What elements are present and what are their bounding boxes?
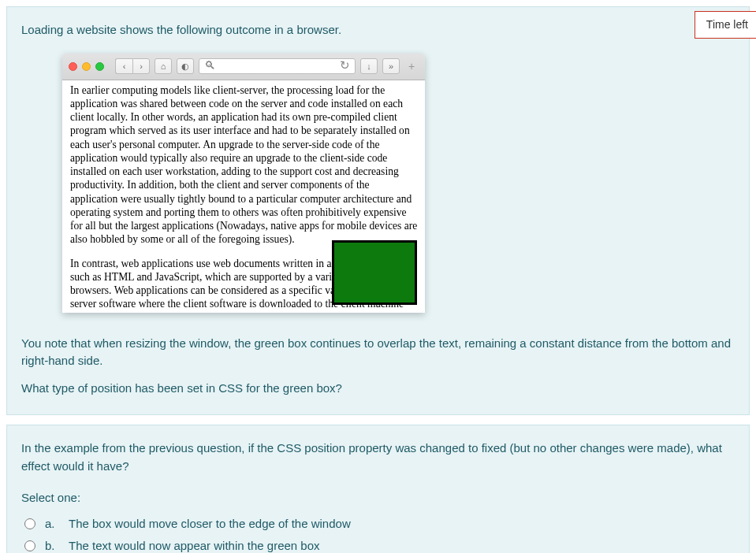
browser-titlebar: ‹ › ⌂ ◐ 🔍︎ ↻ ↓ » + [62, 54, 425, 80]
home-icon: ⌂ [155, 58, 172, 74]
option-letter: a. [45, 515, 59, 533]
radio-a[interactable] [24, 518, 35, 529]
question-1-note-1: You note that when resizing the window, … [21, 335, 735, 370]
timer-label: Time left [706, 18, 748, 31]
url-bar: 🔍︎ ↻ [199, 58, 356, 74]
back-icon: ‹ [115, 58, 132, 74]
question-1-panel: Loading a website shows the following ou… [6, 6, 750, 415]
nav-buttons: ‹ › [115, 58, 150, 74]
answer-list: a. The box would move closer to the edge… [21, 515, 735, 554]
browser-mock: ‹ › ⌂ ◐ 🔍︎ ↻ ↓ » + In earlier computing … [62, 54, 425, 313]
select-one-label: Select one: [21, 489, 735, 507]
minimize-icon [82, 62, 91, 71]
question-2-panel: In the example from the previous questio… [6, 425, 750, 553]
window-controls [69, 62, 104, 71]
option-text: The text would now appear within the gre… [69, 537, 320, 553]
answer-option-a[interactable]: a. The box would move closer to the edge… [21, 515, 735, 533]
answer-option-b[interactable]: b. The text would now appear within the … [21, 537, 735, 553]
reload-icon: ↻ [340, 58, 350, 75]
radio-b[interactable] [24, 540, 35, 551]
timer-badge: Time left [695, 11, 756, 39]
browser-viewport: In earlier computing models like client-… [62, 80, 425, 313]
new-tab-icon: + [404, 58, 419, 74]
search-icon: 🔍︎ [204, 58, 216, 75]
green-box [332, 240, 417, 305]
zoom-icon [95, 62, 104, 71]
option-text: The box would move closer to the edge of… [69, 515, 351, 533]
forward-icon: › [132, 58, 150, 74]
body-para-1: In earlier computing models like client-… [70, 84, 419, 247]
sidebar-icon: ◐ [177, 58, 194, 74]
tabs-icon: » [382, 58, 400, 74]
close-icon [69, 62, 77, 71]
question-1-intro: Loading a website shows the following ou… [21, 21, 735, 39]
downloads-icon: ↓ [360, 58, 378, 74]
option-letter: b. [45, 537, 59, 553]
question-1-note-2: What type of position has been set in CS… [21, 380, 735, 398]
question-2-prompt: In the example from the previous questio… [21, 440, 735, 475]
